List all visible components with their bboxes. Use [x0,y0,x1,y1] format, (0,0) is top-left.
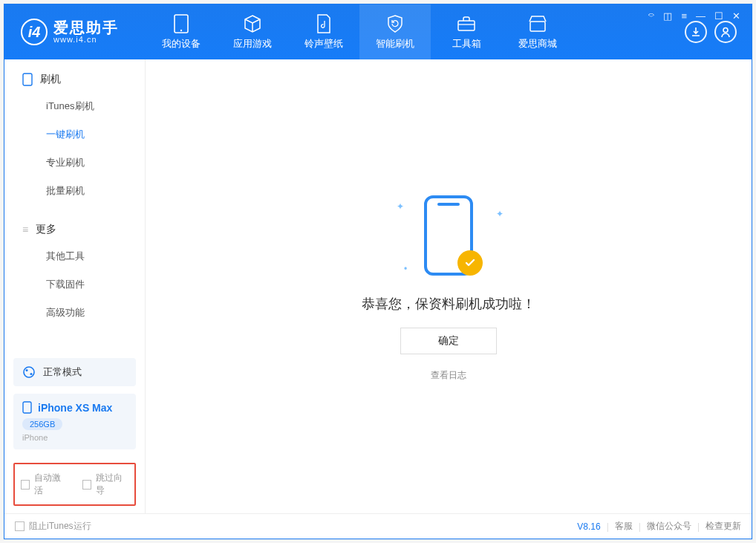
phone-small-icon [22,401,32,414]
svg-point-4 [723,28,728,33]
nav-my-device[interactable]: 我的设备 [146,4,217,59]
sidebar-item-batch-flash[interactable]: 批量刷机 [4,177,145,205]
checkbox-label: 阻止iTunes运行 [29,520,91,533]
ok-button[interactable]: 确定 [400,328,497,354]
device-name: iPhone XS Max [38,402,112,414]
tshirt-icon[interactable]: ⌔ [646,10,656,22]
group-label: 刷机 [40,73,61,86]
checkbox-label: 自动激活 [34,472,67,497]
app-window: ⌔ ◫ ≡ — ☐ ✕ i4 爱思助手 www.i4.cn 我的设备 应用游戏 [4,4,752,539]
cube-icon [242,13,263,34]
nav-label: 铃声壁纸 [304,37,343,51]
device-capacity: 256GB [22,418,62,430]
device-type: iPhone [22,433,127,442]
group-label: 更多 [36,223,56,236]
nav-label: 智能刷机 [376,37,414,51]
sidebar-group-flash: 刷机 [4,59,145,88]
checkbox-auto-activate[interactable]: 自动激活 [21,472,68,497]
shop-icon [527,13,548,34]
separator: | [607,521,609,532]
svg-point-6 [24,367,34,377]
download-button[interactable] [685,21,707,43]
link-support[interactable]: 客服 [615,520,633,533]
refresh-shield-icon [385,13,405,34]
nav-label: 工具箱 [452,37,481,51]
nav-toolbox[interactable]: 工具箱 [431,4,502,59]
main-panel: ✦ ✦ • 恭喜您，保资料刷机成功啦！ 确定 查看日志 [146,59,752,513]
menu-icon[interactable]: ≡ [679,10,689,22]
header-right [685,21,752,43]
sidebar-items-more: 其他工具 下载固件 高级功能 [4,238,145,331]
svg-point-8 [30,373,33,375]
checkbox-icon [82,480,91,490]
link-wechat[interactable]: 微信公众号 [647,520,691,533]
sidebar-item-advanced[interactable]: 高级功能 [4,299,145,327]
statusbar: 阻止iTunes运行 V8.16 | 客服 | 微信公众号 | 检查更新 [4,513,752,539]
view-log-link[interactable]: 查看日志 [431,369,466,382]
mode-icon [22,365,36,379]
sparkle-icon: ✦ [397,201,404,212]
nav-label: 应用游戏 [233,37,272,51]
nav-apps-games[interactable]: 应用游戏 [217,4,288,59]
sidebar: 刷机 iTunes刷机 一键刷机 专业刷机 批量刷机 ≡ 更多 其他工具 下载固… [4,59,146,513]
minimize-button[interactable]: — [694,10,708,22]
maximize-button[interactable]: ☐ [712,10,726,22]
svg-rect-5 [23,74,32,85]
mode-label: 正常模式 [43,365,82,379]
device-card[interactable]: iPhone XS Max 256GB iPhone [13,394,136,449]
app-subtitle: www.i4.cn [53,35,119,44]
checkbox-block-itunes[interactable]: 阻止iTunes运行 [15,520,91,533]
nav-smart-flash[interactable]: 智能刷机 [359,4,431,59]
svg-rect-9 [23,402,31,413]
header: ⌔ ◫ ≡ — ☐ ✕ i4 爱思助手 www.i4.cn 我的设备 应用游戏 [4,4,752,59]
separator: | [639,521,641,532]
version-label: V8.16 [577,521,600,532]
sidebar-item-pro-flash[interactable]: 专业刷机 [4,149,145,177]
app-title: 爱思助手 [53,20,119,35]
svg-rect-3 [530,22,545,31]
svg-point-1 [180,30,182,31]
nav-label: 我的设备 [162,37,201,51]
checkbox-icon [21,480,30,490]
sidebar-group-more: ≡ 更多 [4,209,145,238]
logo-text: 爱思助手 www.i4.cn [53,20,119,44]
nav-label: 爱思商城 [518,37,557,51]
checkmark-badge-icon [457,250,483,276]
checkbox-skip-guide[interactable]: 跳过向导 [82,472,129,497]
nav-ringtones-wallpapers[interactable]: 铃声壁纸 [288,4,359,59]
menu-list-icon: ≡ [22,224,28,235]
success-message: 恭喜您，保资料刷机成功啦！ [362,295,535,313]
link-check-update[interactable]: 检查更新 [706,520,741,533]
options-highlight: 自动激活 跳过向导 [13,463,136,506]
sidebar-item-download-firmware[interactable]: 下载固件 [4,270,145,299]
success-illustration: ✦ ✦ • [389,191,508,280]
svg-point-7 [26,369,28,371]
sparkle-icon: ✦ [496,209,504,219]
user-button[interactable] [714,21,737,43]
separator: | [697,521,700,532]
device-icon [171,13,192,34]
sidebar-item-other-tools[interactable]: 其他工具 [4,242,145,270]
sidebar-item-itunes-flash[interactable]: iTunes刷机 [4,92,145,120]
phone-icon [22,73,33,86]
sidebar-items-flash: iTunes刷机 一键刷机 专业刷机 批量刷机 [4,88,145,209]
checkbox-icon [15,521,25,531]
main-nav: 我的设备 应用游戏 铃声壁纸 智能刷机 工具箱 爱思商城 [146,4,573,59]
window-icon[interactable]: ◫ [661,10,674,22]
body: 刷机 iTunes刷机 一键刷机 专业刷机 批量刷机 ≡ 更多 其他工具 下载固… [4,59,752,513]
sidebar-item-oneclick-flash[interactable]: 一键刷机 [4,120,145,149]
logo: i4 爱思助手 www.i4.cn [4,19,146,45]
music-file-icon [313,13,334,34]
sparkle-icon: • [404,264,407,274]
logo-badge-icon: i4 [21,19,48,45]
titlebar-controls: ⌔ ◫ ≡ — ☐ ✕ [646,10,743,22]
close-button[interactable]: ✕ [730,10,743,22]
checkbox-label: 跳过向导 [96,472,128,497]
toolbox-icon [456,13,477,34]
svg-rect-2 [458,21,475,30]
mode-card[interactable]: 正常模式 [13,358,136,386]
nav-store[interactable]: 爱思商城 [502,4,573,59]
